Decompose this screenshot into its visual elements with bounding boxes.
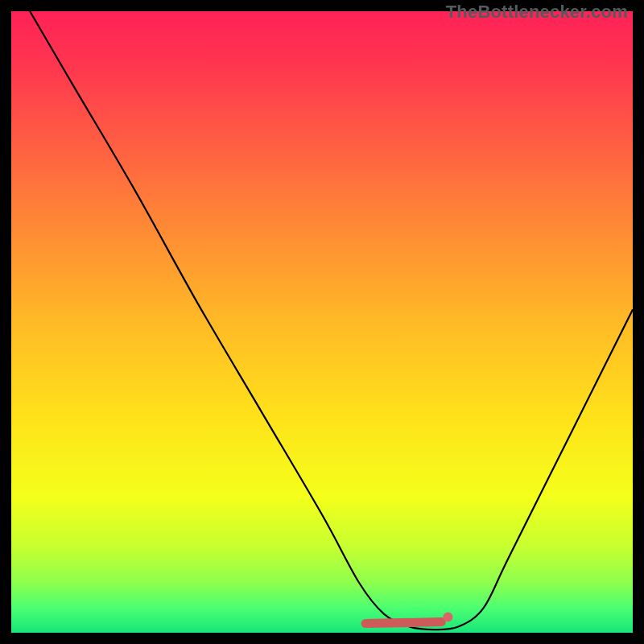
gradient-background [11, 11, 633, 633]
chart-frame [11, 11, 633, 633]
bottleneck-plot [11, 11, 633, 633]
svg-point-1 [443, 613, 452, 622]
svg-line-0 [365, 622, 441, 624]
watermark-text: TheBottlenecker.com [446, 2, 628, 23]
